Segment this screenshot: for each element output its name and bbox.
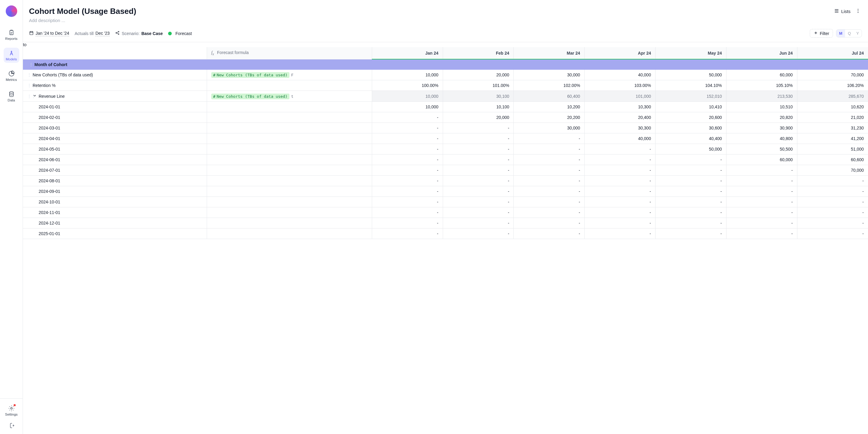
data-cell[interactable]: - xyxy=(443,197,514,207)
table-row[interactable]: 2024-10-01------- xyxy=(23,197,868,207)
data-cell[interactable]: 10,620 xyxy=(797,102,868,112)
data-cell[interactable]: 21,020 xyxy=(797,112,868,123)
data-cell[interactable]: 20,000 xyxy=(443,70,514,80)
data-cell[interactable]: 213,530 xyxy=(726,91,797,102)
sidebar-item-settings[interactable]: Settings xyxy=(4,403,19,418)
data-cell[interactable]: 20,000 xyxy=(443,112,514,123)
data-cell[interactable]: 40,000 xyxy=(585,133,655,144)
row-label-cell[interactable]: ⋮⋮Revenue Line xyxy=(23,91,207,102)
formula-cell[interactable] xyxy=(207,228,372,239)
data-cell[interactable]: - xyxy=(514,186,585,197)
data-cell[interactable]: 103.00% xyxy=(585,80,655,91)
data-cell[interactable]: - xyxy=(585,186,655,197)
table-row[interactable]: 2024-08-01------- xyxy=(23,176,868,186)
data-cell[interactable]: 50,000 xyxy=(655,144,726,155)
data-cell[interactable]: - xyxy=(443,218,514,228)
data-cell[interactable]: - xyxy=(443,186,514,197)
data-cell[interactable]: 50,500 xyxy=(726,144,797,155)
data-cell[interactable]: - xyxy=(443,133,514,144)
drag-handle-icon[interactable]: ⋮⋮ xyxy=(27,72,30,77)
drag-handle-icon[interactable]: ⋮⋮ xyxy=(27,94,30,99)
formula-cell[interactable] xyxy=(207,123,372,133)
data-cell[interactable]: - xyxy=(372,218,443,228)
data-cell[interactable]: - xyxy=(372,176,443,186)
data-cell[interactable]: - xyxy=(514,228,585,239)
app-logo[interactable] xyxy=(6,5,17,17)
row-label-cell[interactable]: 2024-07-01 xyxy=(23,165,207,176)
data-cell[interactable]: - xyxy=(372,133,443,144)
data-cell[interactable]: - xyxy=(797,197,868,207)
formula-cell[interactable] xyxy=(207,112,372,123)
granularity-quarter[interactable]: Q xyxy=(845,30,854,37)
data-cell[interactable]: 30,600 xyxy=(655,123,726,133)
row-label-cell[interactable]: 2024-05-01 xyxy=(23,144,207,155)
sidebar-item-metrics[interactable]: Metrics xyxy=(4,68,19,83)
row-label-cell[interactable]: 2024-03-01 xyxy=(23,123,207,133)
sidebar-item-models[interactable]: Models xyxy=(4,48,19,63)
data-cell[interactable]: - xyxy=(372,165,443,176)
row-label-cell[interactable]: 2024-08-01 xyxy=(23,176,207,186)
date-range-picker[interactable]: Jan '24 to Dec '24 xyxy=(29,30,69,36)
table-row[interactable]: 2025-01-01------- xyxy=(23,228,868,239)
data-cell[interactable]: 10,100 xyxy=(443,102,514,112)
granularity-year[interactable]: Y xyxy=(854,30,862,37)
data-cell[interactable]: 20,820 xyxy=(726,112,797,123)
data-cell[interactable]: - xyxy=(655,176,726,186)
table-row[interactable]: 2024-12-01------- xyxy=(23,218,868,228)
data-cell[interactable]: - xyxy=(443,176,514,186)
data-cell[interactable]: - xyxy=(726,228,797,239)
formula-cell[interactable] xyxy=(207,165,372,176)
table-row[interactable]: ⋮⋮New Cohorts (TBs of data used)#New Coh… xyxy=(23,70,868,80)
data-cell[interactable]: - xyxy=(726,207,797,218)
data-cell[interactable]: 30,000 xyxy=(514,70,585,80)
data-cell[interactable]: - xyxy=(726,186,797,197)
data-cell[interactable]: 50,000 xyxy=(655,70,726,80)
month-header[interactable]: Jul 24 xyxy=(797,47,868,59)
data-cell[interactable]: - xyxy=(372,123,443,133)
drag-handle-icon[interactable]: ⋮⋮ xyxy=(29,62,32,67)
data-cell[interactable]: 30,900 xyxy=(726,123,797,133)
data-cell[interactable]: - xyxy=(372,144,443,155)
data-cell[interactable]: - xyxy=(514,144,585,155)
table-row[interactable]: ⋮⋮Retention %100.00%101.00%102.00%103.00… xyxy=(23,80,868,91)
formula-tag[interactable]: #New Cohorts (TBs of data used) xyxy=(211,72,289,78)
data-cell[interactable]: - xyxy=(443,207,514,218)
data-cell[interactable]: - xyxy=(372,155,443,165)
granularity-month[interactable]: M xyxy=(836,30,845,37)
formula-cell[interactable] xyxy=(207,133,372,144)
data-cell[interactable]: - xyxy=(514,197,585,207)
data-cell[interactable]: 30,300 xyxy=(585,123,655,133)
table-row[interactable]: 2024-07-01------70,000 xyxy=(23,165,868,176)
row-label-cell[interactable]: ⋮⋮Retention % xyxy=(23,80,207,91)
month-header[interactable]: May 24 xyxy=(655,47,726,59)
data-cell[interactable]: - xyxy=(726,218,797,228)
table-row[interactable]: 2024-11-01------- xyxy=(23,207,868,218)
data-cell[interactable]: 152,010 xyxy=(655,91,726,102)
formula-tag[interactable]: #New Cohorts (TBs of data used) xyxy=(211,94,289,99)
data-cell[interactable]: 20,200 xyxy=(514,112,585,123)
data-cell[interactable]: - xyxy=(726,176,797,186)
row-label-cell[interactable]: 2025-01-01 xyxy=(23,228,207,239)
data-cell[interactable]: - xyxy=(726,165,797,176)
data-cell[interactable]: 70,000 xyxy=(797,165,868,176)
data-cell[interactable]: - xyxy=(372,207,443,218)
data-cell[interactable]: - xyxy=(655,186,726,197)
logout-icon[interactable] xyxy=(8,422,15,430)
row-label-cell[interactable]: 2024-01-01 xyxy=(23,102,207,112)
data-cell[interactable]: 31,230 xyxy=(797,123,868,133)
data-cell[interactable]: 20,400 xyxy=(585,112,655,123)
data-cell[interactable]: - xyxy=(372,197,443,207)
formula-cell[interactable] xyxy=(207,197,372,207)
chevron-down-icon[interactable] xyxy=(33,94,37,99)
data-cell[interactable]: 60,400 xyxy=(514,91,585,102)
data-cell[interactable]: - xyxy=(443,144,514,155)
table-row[interactable]: ⋮⋮Revenue Line#New Cohorts (TBs of data … xyxy=(23,91,868,102)
data-cell[interactable]: 10,410 xyxy=(655,102,726,112)
row-label-cell[interactable]: 2024-02-01 xyxy=(23,112,207,123)
data-cell[interactable]: 106.20% xyxy=(797,80,868,91)
data-cell[interactable]: 104.10% xyxy=(655,80,726,91)
table-row[interactable]: 2024-01-0110,00010,10010,20010,30010,410… xyxy=(23,102,868,112)
data-cell[interactable]: 40,800 xyxy=(726,133,797,144)
data-cell[interactable]: 10,510 xyxy=(726,102,797,112)
data-cell[interactable]: 10,300 xyxy=(585,102,655,112)
